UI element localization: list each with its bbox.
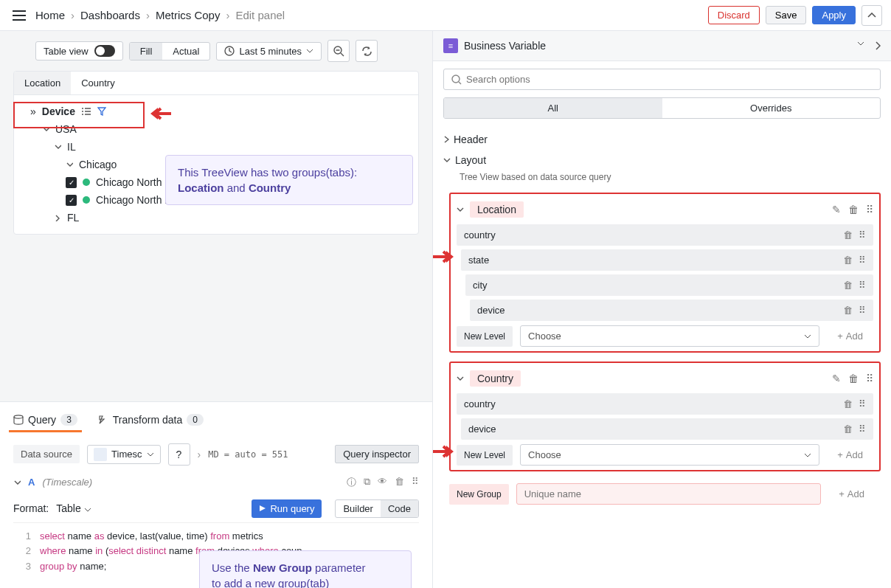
query-inspector-button[interactable]: Query inspector [335,445,419,463]
copy-icon[interactable]: ⧉ [364,476,370,489]
trash-icon[interactable]: 🗑 [843,229,853,241]
md-info: MD = auto = 551 [208,449,288,460]
grip-icon[interactable]: ⠿ [859,305,866,316]
add-level-button[interactable]: + Add [827,445,873,465]
checkbox-icon[interactable]: ✓ [66,177,77,188]
toggle-icon[interactable] [94,45,115,57]
help-button[interactable]: ? [168,443,190,466]
datasource-select[interactable]: Timesc [87,445,160,464]
save-button[interactable]: Save [766,6,807,24]
chevron-right-icon[interactable] [875,41,881,50]
trash-icon[interactable]: 🗑 [843,280,853,291]
trash-icon[interactable]: 🗑 [843,255,853,266]
format-label: Format: [13,502,49,514]
panel-type-icon: ≡ [443,38,458,53]
edit-icon[interactable]: ✎ [832,204,841,215]
group-country: Country ✎🗑⠿ country🗑⠿ device🗑⠿ New Level… [449,362,881,471]
query-ds-name: (Timescale) [42,477,92,488]
time-range-picker[interactable]: Last 5 minutes [216,42,322,60]
group-name-country[interactable]: Country [470,370,521,387]
tree-device-header[interactable]: »Device [24,103,408,120]
grip-icon[interactable]: ⠿ [859,423,866,435]
callout-newgroup: Use the New Group parameterto add a new … [199,550,412,588]
grip-icon[interactable]: ⠿ [859,255,866,266]
refresh-button[interactable] [356,40,378,62]
fill-actual-toggle[interactable]: FillActual [129,42,211,60]
trash-icon[interactable]: 🗑 [843,423,853,435]
apply-button[interactable]: Apply [812,6,856,24]
table-view-toggle[interactable]: Table view [35,41,123,60]
layout-description: Tree View based on data source query [443,170,881,187]
panel-type-title[interactable]: Business Variable [464,40,546,52]
chevron-down-icon[interactable] [457,207,464,212]
help-icon[interactable]: ⓘ [347,476,356,489]
level-state[interactable]: state🗑⠿ [461,249,873,271]
level-device[interactable]: device🗑⠿ [470,300,873,321]
svg-point-2 [14,415,23,418]
level-city[interactable]: city🗑⠿ [465,274,873,296]
level-country[interactable]: country🗑⠿ [457,224,873,246]
list-icon [81,107,91,116]
edit-icon[interactable]: ✎ [832,373,841,384]
grip-icon[interactable]: ⠿ [866,373,873,384]
new-level-label: New Level [457,326,513,347]
grip-icon[interactable]: ⠿ [859,280,866,291]
query-ref[interactable]: A [28,477,35,488]
new-group-input[interactable] [516,483,822,505]
grip-icon[interactable]: ⠿ [412,476,419,489]
chevron-down-icon[interactable] [457,376,464,381]
checkbox-icon[interactable]: ✓ [66,195,77,206]
tree-node-usa[interactable]: USA [24,120,408,138]
add-level-button[interactable]: + Add [827,326,873,346]
chevron-down-icon[interactable] [13,479,21,486]
search-input[interactable] [443,69,881,90]
new-level-select[interactable]: Choose [520,444,819,466]
breadcrumb-edit: Edit panel [235,9,285,21]
status-dot-icon [83,179,90,186]
tab-country[interactable]: Country [71,72,125,94]
grip-icon[interactable]: ⠿ [866,204,873,215]
add-group-button[interactable]: + Add [828,484,875,504]
datasource-label: Data source [13,445,80,463]
format-select[interactable]: Table [56,502,91,514]
trash-icon[interactable]: 🗑 [395,476,404,489]
tree-node-il[interactable]: IL [24,138,408,156]
level-country2[interactable]: country🗑⠿ [457,393,873,415]
tab-transform[interactable]: Transform data0 [98,408,204,432]
database-icon [13,415,24,425]
breadcrumb: Home› Dashboards› Metrics Copy› Edit pan… [35,9,285,21]
breadcrumb-dashboards[interactable]: Dashboards [80,9,140,21]
group-name-location[interactable]: Location [470,201,524,218]
trash-icon[interactable]: 🗑 [843,305,853,316]
trash-icon[interactable]: 🗑 [848,373,859,384]
grip-icon[interactable]: ⠿ [859,229,866,241]
builder-code-toggle[interactable]: BuilderCode [335,499,419,518]
filter-icon[interactable] [97,107,106,116]
new-level-select[interactable]: Choose [520,325,819,347]
subtab-overrides[interactable]: Overrides [662,98,881,118]
group-location: Location ✎🗑⠿ country🗑⠿ state🗑⠿ city🗑⠿ de… [449,193,881,353]
zoom-out-button[interactable] [327,40,350,62]
grip-icon[interactable]: ⠿ [859,398,866,409]
svg-point-3 [452,75,460,83]
eye-icon[interactable]: 👁 [378,476,387,489]
breadcrumb-home[interactable]: Home [35,9,65,21]
status-dot-icon [83,196,90,204]
section-header[interactable]: Header [443,129,881,150]
trash-icon[interactable]: 🗑 [848,204,859,215]
callout-treeview: This TreeView has two groups(tabs):Locat… [165,155,413,205]
tab-location[interactable]: Location [14,72,71,94]
trash-icon[interactable]: 🗑 [843,398,853,409]
transform-icon [98,415,108,425]
section-layout[interactable]: Layout [443,150,881,170]
discard-button[interactable]: Discard [708,6,760,24]
run-query-button[interactable]: Run query [252,499,322,518]
subtab-all[interactable]: All [444,98,662,118]
hamburger-icon[interactable] [9,5,30,26]
tab-query[interactable]: Query3 [13,408,77,432]
chevron-down-icon[interactable] [857,41,864,46]
level-device2[interactable]: device🗑⠿ [461,418,873,440]
tree-node-fl[interactable]: FL [24,209,408,226]
breadcrumb-metrics[interactable]: Metrics Copy [156,9,221,21]
collapse-button[interactable] [861,5,882,26]
